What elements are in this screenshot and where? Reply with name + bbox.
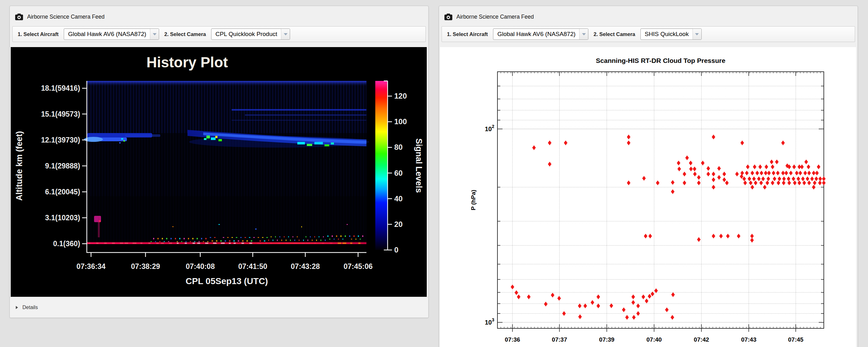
chevron-down-icon <box>153 33 157 37</box>
svg-text:102: 102 <box>485 124 494 133</box>
svg-text:40: 40 <box>394 194 403 203</box>
svg-text:60: 60 <box>394 169 403 177</box>
svg-text:07:43:28: 07:43:28 <box>291 262 320 270</box>
svg-text:120: 120 <box>394 92 407 100</box>
svg-text:07:41:50: 07:41:50 <box>238 262 267 270</box>
svg-text:20: 20 <box>394 220 403 229</box>
svg-text:12.1(39730): 12.1(39730) <box>41 136 80 144</box>
svg-text:07:36:34: 07:36:34 <box>76 262 105 270</box>
aircraft-select-value: Global Hawk AV6 (NASA872) <box>493 29 580 39</box>
camera-icon <box>444 13 452 20</box>
aircraft-select[interactable]: Global Hawk AV6 (NASA872) <box>64 28 159 40</box>
svg-text:0: 0 <box>394 245 398 254</box>
selection-toolbar: 1. Select Aircraft Global Hawk AV6 (NASA… <box>12 26 426 42</box>
shis-pressure-plot: 10210307:3607:3707:3907:4007:4207:4307:4… <box>440 47 856 347</box>
camera-feed-panel-left: Airborne Science Camera Feed 1. Select A… <box>9 6 429 318</box>
chevron-down-icon <box>582 33 586 37</box>
svg-text:07:38:29: 07:38:29 <box>131 262 160 270</box>
select-aircraft-label: 1. Select Aircraft <box>18 31 59 37</box>
aircraft-select[interactable]: Global Hawk AV6 (NASA872) <box>493 28 589 40</box>
svg-text:07:43: 07:43 <box>741 336 756 343</box>
svg-text:History Plot: History Plot <box>147 54 228 70</box>
panel-header: Airborne Science Camera Feed <box>10 6 428 23</box>
cpl-history-plot: History Plot18.1(59416)15.1(49573)12.1(3… <box>11 47 427 297</box>
svg-text:Scanning-HIS RT-DR Cloud Top P: Scanning-HIS RT-DR Cloud Top Pressure <box>596 57 725 64</box>
camera-feed-panel-right: Airborne Science Camera Feed 1. Select A… <box>439 6 858 347</box>
svg-text:0.1(360): 0.1(360) <box>53 239 80 248</box>
svg-text:9.1(29888): 9.1(29888) <box>45 162 80 170</box>
camera-select-arrow[interactable] <box>281 29 290 39</box>
svg-text:Altitude km (feet): Altitude km (feet) <box>14 131 24 201</box>
svg-text:3.1(10203): 3.1(10203) <box>45 214 80 222</box>
svg-text:07:37: 07:37 <box>552 336 567 343</box>
svg-text:07:36: 07:36 <box>505 336 520 343</box>
panel-title: Airborne Science Camera Feed <box>457 13 534 20</box>
aircraft-select-value: Global Hawk AV6 (NASA872) <box>64 29 150 39</box>
chevron-down-icon <box>695 33 699 37</box>
select-camera-label: 2. Select Camera <box>593 31 635 37</box>
camera-select[interactable]: CPL Quicklook Product <box>211 28 290 40</box>
camera-select[interactable]: SHIS QuickLook <box>641 28 702 40</box>
camera-icon <box>15 13 23 20</box>
aircraft-select-arrow[interactable] <box>150 29 159 39</box>
svg-text:18.1(59416): 18.1(59416) <box>41 84 80 92</box>
svg-text:80: 80 <box>394 143 403 151</box>
svg-text:07:39: 07:39 <box>599 336 615 343</box>
scatter-points <box>511 135 826 320</box>
camera-select-arrow[interactable] <box>692 29 701 39</box>
details-expander[interactable]: Details <box>10 297 428 318</box>
svg-text:CPL 05Sep13 (UTC): CPL 05Sep13 (UTC) <box>186 276 268 286</box>
svg-text:15.1(49573): 15.1(49573) <box>41 110 80 118</box>
svg-text:Signal Levels: Signal Levels <box>414 138 424 193</box>
svg-text:6.1(20045): 6.1(20045) <box>45 188 80 196</box>
svg-text:07:40:08: 07:40:08 <box>186 262 215 270</box>
svg-text:07:45:06: 07:45:06 <box>343 262 372 270</box>
signal-levels-colorbar: 020406080100120Signal Levels <box>375 81 424 254</box>
svg-text:100: 100 <box>394 117 407 126</box>
panel-header: Airborne Science Camera Feed <box>439 6 858 23</box>
svg-text:103: 103 <box>485 317 494 326</box>
details-label: Details <box>23 305 38 310</box>
grid <box>497 72 824 328</box>
panel-title: Airborne Science Camera Feed <box>27 13 104 20</box>
svg-text:07:42: 07:42 <box>694 336 709 343</box>
chevron-down-icon <box>284 33 287 37</box>
selection-toolbar: 1. Select Aircraft Global Hawk AV6 (NASA… <box>441 26 855 42</box>
svg-text:P (hPa): P (hPa) <box>470 190 476 210</box>
svg-text:07:45: 07:45 <box>788 336 804 343</box>
camera-select-value: CPL Quicklook Product <box>212 29 281 39</box>
cpl-curtain-image <box>84 81 369 252</box>
aircraft-select-arrow[interactable] <box>579 29 588 39</box>
camera-select-value: SHIS QuickLook <box>641 29 692 39</box>
expander-arrow-icon <box>16 306 20 309</box>
select-aircraft-label: 1. Select Aircraft <box>447 31 488 37</box>
svg-text:07:40: 07:40 <box>646 336 662 343</box>
select-camera-label: 2. Select Camera <box>164 31 206 37</box>
